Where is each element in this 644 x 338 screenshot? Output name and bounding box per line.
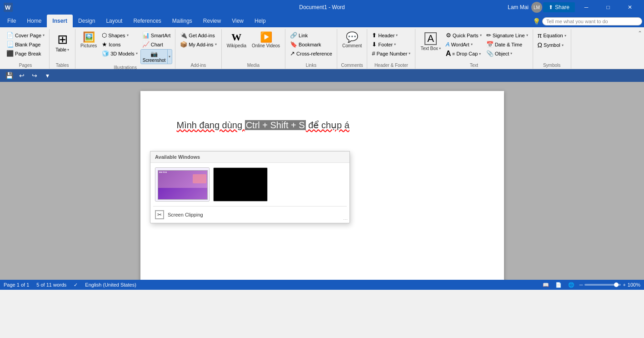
- screenshot-label: Screenshot: [143, 58, 166, 63]
- tab-mailings[interactable]: Mailings: [167, 15, 198, 27]
- comment-button[interactable]: 💬 Comment: [340, 31, 364, 50]
- get-addins-button[interactable]: 🔌 Get Add-ins: [178, 31, 218, 40]
- web-layout-button[interactable]: 🌐: [567, 280, 576, 289]
- share-label: Share: [555, 4, 569, 10]
- bookmark-icon: 🔖: [290, 41, 297, 48]
- tab-help[interactable]: Help: [249, 15, 271, 27]
- chart-button[interactable]: 📈 Chart: [140, 40, 172, 49]
- page-number-button[interactable]: # Page Number ▾: [370, 49, 412, 58]
- cover-page-button[interactable]: 📄 Cover Page ▾: [5, 31, 46, 40]
- link-button[interactable]: 🔗 Link: [288, 31, 334, 40]
- ribbon-group-media: W Wikipedia ▶️ Online Videos Media: [222, 29, 285, 69]
- blank-page-button[interactable]: 📃 Blank Page: [5, 40, 46, 49]
- pictures-button[interactable]: 🖼️ Pictures: [78, 31, 99, 50]
- thumbnail-powerpoint[interactable]: MAI DUA: [155, 167, 210, 202]
- wordart-button[interactable]: A WordArt ▾: [444, 40, 484, 49]
- my-addins-label: My Add-ins: [189, 42, 213, 47]
- zoom-slider[interactable]: [584, 284, 621, 286]
- screenshot-dropdown-arrow[interactable]: ▾: [167, 50, 171, 64]
- tell-me-input[interactable]: Tell me what you want to do: [542, 17, 642, 25]
- qat-customize-button[interactable]: ▾: [42, 70, 53, 81]
- object-arrow: ▾: [510, 51, 512, 55]
- collapse-ribbon-button[interactable]: ⌃: [638, 29, 642, 36]
- addins-content: 🔌 Get Add-ins 📦 My Add-ins ▾: [178, 29, 218, 62]
- user-area[interactable]: Lam Mai LM: [508, 2, 542, 13]
- hf-label: Header & Footer: [370, 62, 412, 69]
- svg-text:W: W: [5, 4, 11, 11]
- cross-ref-icon: ↗: [290, 50, 295, 57]
- document-content: Mình đang dùng Ctrl + Shift + S để chụp …: [177, 118, 468, 132]
- maximize-button[interactable]: □: [598, 0, 619, 15]
- cross-reference-button[interactable]: ↗ Cross-reference: [288, 49, 334, 58]
- wordart-arrow: ▾: [471, 42, 473, 46]
- date-time-icon: 📅: [486, 41, 494, 48]
- object-button[interactable]: 📎 Object ▾: [484, 49, 530, 58]
- redo-button-qat[interactable]: ↪: [29, 70, 40, 81]
- equation-arrow: ▾: [564, 34, 566, 38]
- read-mode-button[interactable]: 📖: [541, 280, 550, 289]
- illustrations-label: Illustrations: [78, 64, 172, 71]
- page-break-button[interactable]: ⬛ Page Break: [5, 49, 46, 58]
- icons-button[interactable]: ★ Icons: [100, 40, 140, 49]
- thumbnail-black-window[interactable]: [213, 167, 268, 202]
- date-time-button[interactable]: 📅 Date & Time: [484, 40, 530, 49]
- print-layout-button[interactable]: 📄: [554, 280, 563, 289]
- online-videos-button[interactable]: ▶️ Online Videos: [250, 31, 282, 50]
- tables-label: Tables: [52, 62, 72, 69]
- equation-icon: π: [538, 32, 542, 39]
- tab-review[interactable]: Review: [198, 15, 226, 27]
- quick-parts-button[interactable]: ⚙ Quick Parts ▾: [444, 31, 484, 40]
- tab-references[interactable]: References: [128, 15, 166, 27]
- symbol-icon: Ω: [538, 41, 542, 49]
- title-bar-right: Lam Mai LM ⬆ Share ─ □ ✕: [508, 0, 640, 15]
- ribbon-group-symbols: π Equation ▾ Ω Symbol ▾ Symbols: [533, 29, 571, 69]
- drop-cap-button[interactable]: A ≡ Drop Cap ▾: [444, 49, 484, 58]
- pages-col: 📄 Cover Page ▾ 📃 Blank Page ⬛ Page Break: [5, 31, 46, 58]
- addins-label: Add-ins: [178, 62, 218, 69]
- header-button[interactable]: ⬆ Header ▾: [370, 31, 412, 40]
- signature-line-icon: ✏: [486, 32, 491, 39]
- get-addins-label: Get Add-ins: [189, 33, 215, 38]
- undo-button-qat[interactable]: ↩: [16, 70, 27, 81]
- tab-design[interactable]: Design: [73, 15, 100, 27]
- comment-label: Comment: [342, 43, 362, 48]
- smartart-button[interactable]: 📊 SmartArt: [140, 31, 172, 40]
- tab-file[interactable]: File: [2, 15, 21, 27]
- links-label: Links: [288, 62, 334, 69]
- 3d-models-button[interactable]: 🧊 3D Models ▾: [100, 49, 140, 58]
- screen-clipping-button[interactable]: ✂ Screen Clipping: [150, 207, 349, 223]
- zoom-out-icon[interactable]: ─: [579, 282, 583, 288]
- bookmark-button[interactable]: 🔖 Bookmark: [288, 40, 334, 49]
- media-content: W Wikipedia ▶️ Online Videos: [225, 29, 282, 62]
- tab-insert[interactable]: Insert: [47, 15, 73, 27]
- chart-icon: 📈: [142, 41, 150, 48]
- screenshot-button[interactable]: 📷 Screenshot: [141, 50, 168, 64]
- footer-button[interactable]: ⬇ Footer ▾: [370, 40, 412, 49]
- wikipedia-button[interactable]: W Wikipedia: [225, 31, 249, 50]
- signature-line-button[interactable]: ✏ Signature Line ▾: [484, 31, 530, 40]
- symbol-button[interactable]: Ω Symbol ▾: [536, 40, 568, 50]
- zoom-in-icon[interactable]: +: [623, 282, 625, 288]
- screenshot-dropdown: Available Windows MAI DUA ✂ Screen Clip: [150, 151, 350, 223]
- shapes-button[interactable]: ⬡ Shapes ▾: [100, 31, 140, 40]
- zoom-level[interactable]: 100%: [628, 282, 640, 288]
- equation-button[interactable]: π Equation ▾: [536, 31, 568, 40]
- wikipedia-label: Wikipedia: [227, 43, 246, 48]
- share-button[interactable]: ⬆ Share: [543, 2, 575, 12]
- page-number-icon: #: [372, 50, 375, 57]
- save-button-qat[interactable]: 💾: [4, 70, 15, 81]
- table-button[interactable]: ⊞ Table ▾: [52, 31, 72, 53]
- page-number-label: Page Number: [377, 51, 408, 56]
- tab-layout[interactable]: Layout: [100, 15, 128, 27]
- pictures-label: Pictures: [80, 43, 97, 48]
- tab-home[interactable]: Home: [21, 15, 47, 27]
- minimize-button[interactable]: ─: [576, 0, 597, 15]
- cover-page-icon: 📄: [6, 32, 14, 39]
- text-box-button[interactable]: A Text Box ▾: [418, 31, 443, 52]
- my-addins-button[interactable]: 📦 My Add-ins ▾: [178, 40, 218, 49]
- my-addins-arrow: ▾: [215, 42, 217, 46]
- dropdown-resize-handle[interactable]: ⋯: [343, 217, 348, 222]
- document-area: Mình đang dùng Ctrl + Shift + S để chụp …: [0, 82, 644, 280]
- tab-view[interactable]: View: [226, 15, 249, 27]
- close-button[interactable]: ✕: [619, 0, 640, 15]
